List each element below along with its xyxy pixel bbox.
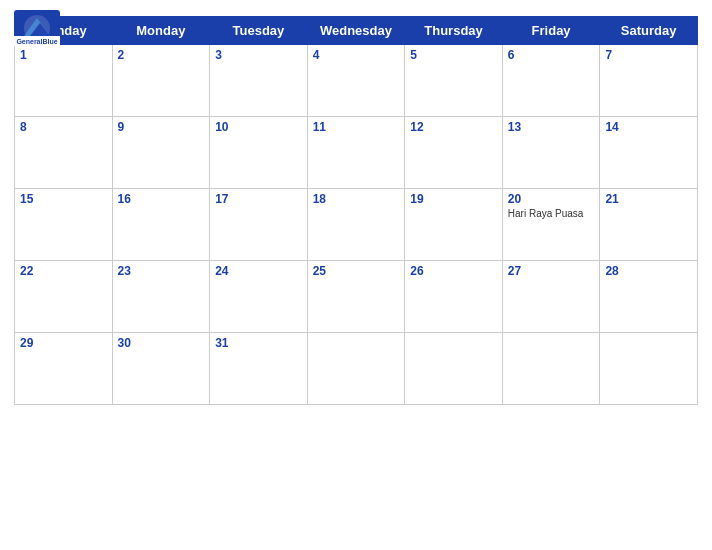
day-number: 19: [410, 192, 497, 206]
day-number: 4: [313, 48, 400, 62]
calendar-day-cell: 16: [112, 189, 210, 261]
weekday-header-tuesday: Tuesday: [210, 17, 308, 45]
calendar-day-cell: [600, 333, 698, 405]
calendar-day-cell: 21: [600, 189, 698, 261]
weekday-header-monday: Monday: [112, 17, 210, 45]
calendar-week-row: 22232425262728: [15, 261, 698, 333]
calendar-day-cell: 24: [210, 261, 308, 333]
day-number: 31: [215, 336, 302, 350]
calendar-day-cell: 18: [307, 189, 405, 261]
calendar-week-row: 1234567: [15, 45, 698, 117]
calendar-day-cell: [307, 333, 405, 405]
day-number: 13: [508, 120, 595, 134]
day-number: 1: [20, 48, 107, 62]
day-number: 26: [410, 264, 497, 278]
day-number: 27: [508, 264, 595, 278]
day-number: 20: [508, 192, 595, 206]
calendar-day-cell: 13: [502, 117, 600, 189]
calendar-day-cell: 26: [405, 261, 503, 333]
day-number: 29: [20, 336, 107, 350]
calendar-container: GeneralBlue SundayMondayTuesdayWednesday…: [0, 0, 712, 550]
calendar-week-row: 293031: [15, 333, 698, 405]
calendar-day-cell: 10: [210, 117, 308, 189]
day-number: 22: [20, 264, 107, 278]
calendar-day-cell: 22: [15, 261, 113, 333]
day-number: 5: [410, 48, 497, 62]
calendar-day-cell: 25: [307, 261, 405, 333]
weekday-header-friday: Friday: [502, 17, 600, 45]
calendar-day-cell: 29: [15, 333, 113, 405]
weekday-header-wednesday: Wednesday: [307, 17, 405, 45]
day-number: 6: [508, 48, 595, 62]
calendar-day-cell: 14: [600, 117, 698, 189]
calendar-table: SundayMondayTuesdayWednesdayThursdayFrid…: [14, 16, 698, 405]
calendar-day-cell: [405, 333, 503, 405]
day-number: 23: [118, 264, 205, 278]
day-number: 9: [118, 120, 205, 134]
calendar-day-cell: 9: [112, 117, 210, 189]
calendar-day-cell: 23: [112, 261, 210, 333]
day-number: 14: [605, 120, 692, 134]
weekday-header-row: SundayMondayTuesdayWednesdayThursdayFrid…: [15, 17, 698, 45]
calendar-day-cell: 5: [405, 45, 503, 117]
day-number: 16: [118, 192, 205, 206]
day-number: 17: [215, 192, 302, 206]
calendar-day-cell: 2: [112, 45, 210, 117]
day-number: 12: [410, 120, 497, 134]
calendar-day-cell: [502, 333, 600, 405]
day-number: 30: [118, 336, 205, 350]
calendar-day-cell: 19: [405, 189, 503, 261]
svg-text:GeneralBlue: GeneralBlue: [16, 38, 57, 45]
calendar-day-cell: 1: [15, 45, 113, 117]
day-number: 21: [605, 192, 692, 206]
calendar-day-cell: 17: [210, 189, 308, 261]
calendar-day-cell: 30: [112, 333, 210, 405]
day-number: 15: [20, 192, 107, 206]
weekday-header-saturday: Saturday: [600, 17, 698, 45]
calendar-day-cell: 12: [405, 117, 503, 189]
calendar-day-cell: 20Hari Raya Puasa: [502, 189, 600, 261]
day-number: 28: [605, 264, 692, 278]
calendar-day-cell: 15: [15, 189, 113, 261]
day-number: 3: [215, 48, 302, 62]
weekday-header-thursday: Thursday: [405, 17, 503, 45]
calendar-day-cell: 31: [210, 333, 308, 405]
calendar-week-row: 891011121314: [15, 117, 698, 189]
brand-logo-area: GeneralBlue: [14, 10, 60, 46]
day-number: 18: [313, 192, 400, 206]
day-number: 24: [215, 264, 302, 278]
calendar-day-cell: 4: [307, 45, 405, 117]
calendar-day-cell: 6: [502, 45, 600, 117]
calendar-day-cell: 7: [600, 45, 698, 117]
day-number: 11: [313, 120, 400, 134]
day-number: 7: [605, 48, 692, 62]
day-number: 2: [118, 48, 205, 62]
event-label: Hari Raya Puasa: [508, 208, 595, 220]
day-number: 10: [215, 120, 302, 134]
brand-svg: GeneralBlue: [14, 10, 60, 46]
calendar-day-cell: 28: [600, 261, 698, 333]
day-number: 8: [20, 120, 107, 134]
calendar-day-cell: 8: [15, 117, 113, 189]
calendar-day-cell: 11: [307, 117, 405, 189]
calendar-day-cell: 3: [210, 45, 308, 117]
calendar-week-row: 151617181920Hari Raya Puasa21: [15, 189, 698, 261]
calendar-day-cell: 27: [502, 261, 600, 333]
day-number: 25: [313, 264, 400, 278]
